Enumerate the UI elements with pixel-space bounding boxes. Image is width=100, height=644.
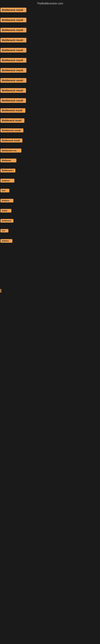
bottleneck-label-1[interactable]: Bottleneck result (0, 8, 26, 12)
bottleneck-label-4[interactable]: Bottleneck result (0, 38, 26, 42)
bottleneck-row-24: Bottlene (0, 238, 100, 248)
bottom-row-14 (0, 392, 100, 400)
bottom-row-3 (0, 304, 100, 312)
spacer-region (0, 248, 100, 284)
bottleneck-label-14[interactable]: Bottleneck result (0, 138, 22, 142)
bottleneck-label-17[interactable]: Bottleneck r (0, 169, 15, 172)
bottom-row-20 (0, 441, 100, 449)
bottom-row-18 (0, 425, 100, 433)
bottom-region (0, 288, 100, 449)
site-title: TheBottlenecker.com (37, 2, 63, 5)
bottom-row-9 (0, 352, 100, 360)
bottleneck-row-18: Bottlene (0, 177, 100, 187)
bottleneck-label-19[interactable]: Bott (0, 189, 9, 192)
bottom-row-16 (0, 408, 100, 416)
bottom-row-13 (0, 384, 100, 392)
bottleneck-label-13[interactable]: Bottleneck result (0, 128, 23, 132)
bottleneck-row-23: Bott (0, 228, 100, 238)
bottleneck-label-8[interactable]: Bottleneck result (0, 78, 26, 83)
bottleneck-row-1: Bottleneck result (0, 6, 100, 16)
bottleneck-row-22: Bottleneck (0, 217, 100, 228)
bottleneck-label-21[interactable]: Bottler (0, 209, 11, 212)
bottleneck-row-8: Bottleneck result (0, 76, 100, 86)
bottleneck-row-4: Bottleneck result (0, 36, 100, 46)
tiny-indicator-1 (0, 289, 1, 292)
bottleneck-label-9[interactable]: Bottleneck result (0, 88, 26, 93)
bottleneck-row-14: Bottleneck result (0, 137, 100, 147)
bottleneck-row-9: Bottleneck result (0, 86, 100, 96)
bottleneck-list: Bottleneck resultBottleneck resultBottle… (0, 6, 100, 248)
bottleneck-row-7: Bottleneck result (0, 66, 100, 76)
bottleneck-row-17: Bottleneck r (0, 167, 100, 177)
bottleneck-label-7[interactable]: Bottleneck result (0, 68, 26, 73)
bottleneck-label-5[interactable]: Bottleneck result (0, 48, 26, 52)
bottom-row-7 (0, 336, 100, 344)
bottom-row-2 (0, 296, 100, 304)
bottom-row-5 (0, 320, 100, 328)
bottleneck-row-2: Bottleneck result (0, 16, 100, 26)
bottleneck-row-11: Bottleneck result (0, 107, 100, 117)
bottleneck-label-16[interactable]: Bottlenec (0, 158, 16, 162)
bottleneck-row-21: Bottler (0, 207, 100, 217)
bottom-row-8 (0, 344, 100, 352)
bottleneck-label-15[interactable]: Bottleneck res (0, 148, 21, 152)
bottleneck-row-5: Bottleneck result (0, 46, 100, 56)
bottleneck-label-2[interactable]: Bottleneck result (0, 18, 26, 22)
bottom-row-11 (0, 368, 100, 376)
bottleneck-label-3[interactable]: Bottleneck result (0, 28, 26, 32)
bottleneck-label-22[interactable]: Bottleneck (0, 219, 13, 222)
bottleneck-label-11[interactable]: Bottleneck result (0, 108, 25, 113)
bottom-row-15 (0, 400, 100, 408)
bottom-row-17 (0, 416, 100, 425)
bottleneck-row-3: Bottleneck result (0, 26, 100, 36)
bottom-row-4 (0, 312, 100, 320)
bottleneck-label-6[interactable]: Bottleneck result (0, 58, 26, 62)
bottom-row-1 (0, 288, 100, 296)
bottleneck-row-19: Bott (0, 187, 100, 197)
bottleneck-label-10[interactable]: Bottleneck result (0, 98, 26, 103)
bottleneck-label-18[interactable]: Bottlene (0, 179, 14, 182)
bottleneck-row-16: Bottlenec (0, 157, 100, 167)
bottleneck-row-6: Bottleneck result (0, 56, 100, 66)
bottleneck-label-23[interactable]: Bott (0, 229, 8, 232)
site-header: TheBottlenecker.com (0, 0, 100, 6)
bottleneck-label-20[interactable]: Bottlene (0, 199, 13, 202)
bottleneck-row-10: Bottleneck result (0, 96, 100, 107)
bottleneck-row-15: Bottleneck res (0, 147, 100, 157)
bottom-row-6 (0, 328, 100, 336)
bottleneck-row-13: Bottleneck result (0, 127, 100, 137)
bottleneck-label-12[interactable]: Bottleneck result (0, 118, 24, 123)
bottleneck-row-20: Bottlene (0, 197, 100, 207)
bottleneck-label-24[interactable]: Bottlene (0, 239, 12, 243)
bottom-row-10 (0, 360, 100, 368)
bottleneck-row-12: Bottleneck result (0, 117, 100, 127)
bottom-row-19 (0, 433, 100, 441)
bottom-row-12 (0, 376, 100, 384)
